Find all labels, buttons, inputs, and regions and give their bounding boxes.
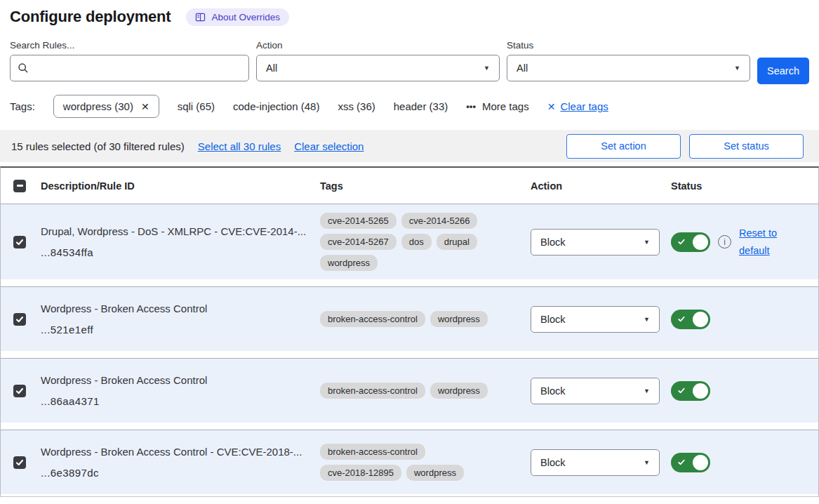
- rule-description: Drupal, Wordpress - DoS - XMLRPC - CVE:C…: [41, 225, 310, 239]
- tag-chip: broken-access-control: [320, 383, 425, 399]
- status-toggle[interactable]: [671, 232, 710, 252]
- action-select[interactable]: Block ▼: [531, 378, 660, 404]
- check-icon: [677, 387, 686, 394]
- set-status-button[interactable]: Set status: [689, 134, 804, 159]
- about-overrides-badge[interactable]: About Overrides: [186, 8, 289, 26]
- rule-id: ...521e1eff: [41, 324, 310, 336]
- status-toggle[interactable]: [671, 310, 710, 329]
- rule-id: ...84534ffa: [41, 246, 310, 258]
- rule-id: ...86aa4371: [41, 395, 310, 407]
- rule-id: ...6e3897dc: [41, 467, 310, 479]
- close-icon[interactable]: ✕: [141, 101, 149, 112]
- chevron-down-icon: ▼: [484, 65, 490, 72]
- tag-filter-xss[interactable]: xss (36): [338, 100, 375, 112]
- table-row: Wordpress - Broken Access Control ...521…: [1, 286, 818, 351]
- filter-bar: Search Rules... Action All ▼ Status All …: [0, 40, 819, 84]
- rules-table: Description/Rule ID Tags Action Status D…: [0, 166, 819, 497]
- page-title: Configure deployment: [10, 8, 171, 26]
- table-row: Drupal, Wordpress - DoS - XMLRPC - CVE:C…: [1, 204, 818, 279]
- tag-chip-list: broken-access-controlwordpress: [320, 311, 497, 327]
- status-filter-value: All: [517, 62, 528, 74]
- tag-chip: wordpress: [320, 255, 378, 271]
- tag-chip: broken-access-control: [320, 444, 425, 460]
- book-icon: [195, 13, 206, 22]
- tag-filter-sqli[interactable]: sqli (65): [178, 100, 215, 112]
- close-icon: ✕: [547, 101, 556, 112]
- tag-filter-header[interactable]: header (33): [394, 100, 448, 112]
- select-all-rules-link[interactable]: Select all 30 rules: [198, 140, 281, 152]
- selected-tag-pill[interactable]: wordpress (30) ✕: [53, 95, 159, 118]
- tag-chip: broken-access-control: [320, 311, 425, 327]
- check-icon: [15, 315, 24, 324]
- row-checkbox[interactable]: [13, 236, 26, 248]
- check-icon: [677, 315, 686, 323]
- set-action-button[interactable]: Set action: [566, 134, 681, 159]
- rule-description: Wordpress - Broken Access Control: [41, 374, 310, 387]
- more-tags-label: More tags: [482, 100, 529, 112]
- table-row: Wordpress - Broken Access Control - CVE:…: [1, 430, 818, 494]
- action-filter-label: Action: [256, 40, 500, 51]
- selection-bar: 15 rules selected (of 30 filtered rules)…: [0, 130, 819, 162]
- action-select-value: Block: [540, 237, 565, 248]
- action-select-value: Block: [540, 385, 565, 397]
- info-icon[interactable]: i: [718, 235, 731, 248]
- toggle-knob: [693, 455, 708, 470]
- rule-description: Wordpress - Broken Access Control - CVE:…: [41, 446, 310, 459]
- check-icon: [677, 238, 686, 246]
- status-toggle[interactable]: [671, 453, 710, 472]
- tag-chip: dos: [401, 234, 432, 250]
- toggle-knob: [693, 234, 708, 250]
- tag-chip: cve-2018-12895: [320, 465, 401, 481]
- selection-summary: 15 rules selected (of 30 filtered rules): [11, 140, 185, 152]
- rule-description: Wordpress - Broken Access Control: [41, 303, 310, 316]
- chevron-down-icon: ▼: [734, 65, 740, 72]
- status-filter-select[interactable]: All ▼: [507, 55, 750, 81]
- action-select[interactable]: Block ▼: [531, 449, 660, 476]
- status-toggle[interactable]: [671, 381, 710, 401]
- search-button[interactable]: Search: [757, 58, 809, 84]
- column-header-status: Status: [661, 180, 818, 192]
- action-select-value: Block: [540, 457, 565, 468]
- check-icon: [677, 458, 686, 466]
- tag-chip: wordpress: [430, 311, 488, 327]
- row-checkbox[interactable]: [13, 385, 26, 397]
- action-filter-select[interactable]: All ▼: [256, 55, 500, 81]
- clear-tags-button[interactable]: ✕ Clear tags: [547, 100, 608, 112]
- reset-to-default-group: i Reset to default: [718, 225, 784, 259]
- search-rules-input[interactable]: [34, 62, 241, 74]
- tag-chip: wordpress: [406, 465, 464, 481]
- row-checkbox[interactable]: [13, 456, 26, 469]
- toggle-knob: [693, 312, 708, 327]
- check-icon: [15, 238, 24, 246]
- column-header-action: Action: [521, 180, 661, 192]
- select-all-checkbox[interactable]: [13, 180, 26, 192]
- clear-tags-label: Clear tags: [560, 100, 608, 112]
- check-icon: [15, 387, 24, 395]
- tag-chip: cve-2014-5267: [320, 234, 397, 250]
- page-header: Configure deployment About Overrides: [0, 0, 819, 26]
- table-row: Wordpress - Broken Access Control ...86a…: [1, 358, 818, 423]
- tags-label: Tags:: [10, 100, 35, 112]
- search-rules-input-wrap[interactable]: [10, 55, 249, 81]
- clear-selection-link[interactable]: Clear selection: [294, 140, 364, 152]
- toggle-knob: [693, 383, 708, 399]
- tag-chip-list: broken-access-controlwordpress: [320, 383, 497, 399]
- check-icon: [15, 458, 24, 467]
- action-select[interactable]: Block ▼: [531, 306, 660, 333]
- tag-filter-code-injection[interactable]: code-injection (48): [233, 100, 319, 112]
- indeterminate-icon: [17, 185, 23, 187]
- tag-chip-list: cve-2014-5265cve-2014-5266cve-2014-5267d…: [320, 213, 497, 271]
- search-rules-label: Search Rules...: [10, 40, 249, 51]
- action-select[interactable]: Block ▼: [531, 229, 660, 256]
- tags-bar: Tags: wordpress (30) ✕ sqli (65) code-in…: [0, 95, 819, 118]
- tag-chip: cve-2014-5266: [401, 213, 478, 229]
- row-checkbox[interactable]: [13, 313, 26, 326]
- tag-chip: wordpress: [430, 383, 488, 399]
- column-header-description: Description/Rule ID: [31, 180, 310, 192]
- chevron-down-icon: ▼: [644, 387, 650, 394]
- table-header-row: Description/Rule ID Tags Action Status: [1, 168, 818, 204]
- search-icon: [18, 62, 29, 74]
- reset-to-default-link[interactable]: Reset to default: [739, 225, 784, 259]
- more-tags-button[interactable]: ••• More tags: [466, 100, 528, 112]
- tag-chip: drupal: [437, 234, 477, 250]
